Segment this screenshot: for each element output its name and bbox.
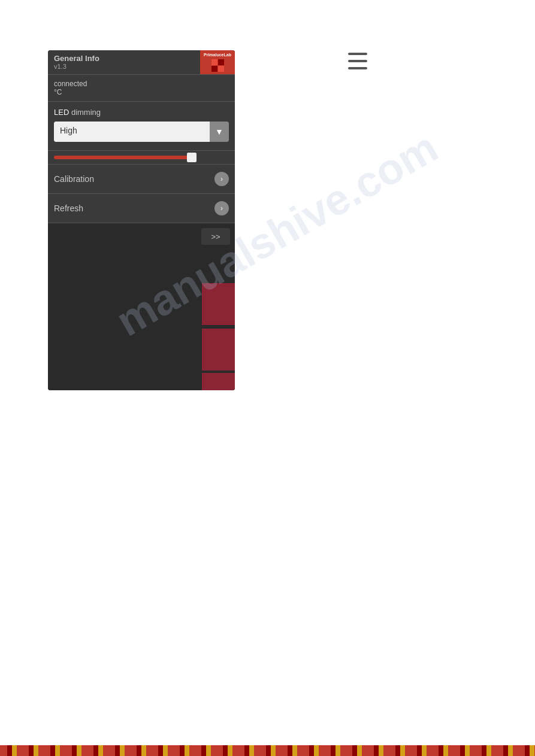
calibration-label: Calibration: [54, 174, 94, 184]
calibration-arrow-icon: ›: [214, 172, 229, 186]
logo-sq-br: [218, 66, 224, 72]
refresh-label: Refresh: [54, 204, 83, 213]
bottom-decorative-border: [0, 745, 535, 756]
logo-squares: [211, 59, 224, 72]
red-block-1: [202, 283, 235, 325]
logo-text: PrimaluceLab: [204, 53, 231, 57]
hamburger-line-2: [348, 60, 367, 62]
logo-sq-tr: [218, 59, 224, 65]
logo-sq-bl: [211, 66, 217, 72]
led-dimming-label: LED dimming: [54, 108, 229, 117]
app-header: General Info v1.3 PrimaluceLab: [48, 50, 235, 74]
primalucelab-logo: PrimaluceLab: [200, 50, 235, 74]
dimming-word: dimming: [69, 108, 101, 117]
led-word: LED: [54, 108, 69, 117]
slider-section: [48, 150, 235, 164]
connected-status: connected: [54, 80, 229, 88]
status-section: connected °C: [48, 74, 235, 101]
calibration-menu-item[interactable]: Calibration ›: [48, 164, 235, 193]
slider-bar[interactable]: [54, 156, 194, 159]
hamburger-line-3: [348, 67, 367, 69]
hamburger-line-1: [348, 53, 367, 55]
forward-button[interactable]: >>: [201, 228, 230, 245]
content-area: >>: [48, 223, 235, 390]
app-panel: General Info v1.3 PrimaluceLab connected…: [48, 50, 235, 390]
led-dimming-value: High: [54, 122, 211, 142]
header-title-section: General Info v1.3: [48, 50, 200, 74]
app-version: v1.3: [54, 63, 194, 70]
temperature-status: °C: [54, 88, 229, 96]
app-title: General Info: [54, 54, 194, 63]
led-dimming-dropdown-wrapper: High ▼: [54, 122, 229, 142]
logo-sq-tl: [211, 59, 217, 65]
chevron-down-icon: ▼: [215, 127, 223, 136]
slider-thumb[interactable]: [187, 153, 197, 162]
refresh-arrow-icon: ›: [214, 201, 229, 215]
hamburger-menu-button[interactable]: [348, 53, 367, 69]
red-block-3: [202, 373, 235, 390]
led-dimming-section: LED dimming High ▼: [48, 101, 235, 150]
red-block-2: [202, 329, 235, 371]
led-dimming-dropdown-arrow[interactable]: ▼: [210, 122, 229, 142]
refresh-menu-item[interactable]: Refresh ›: [48, 193, 235, 223]
